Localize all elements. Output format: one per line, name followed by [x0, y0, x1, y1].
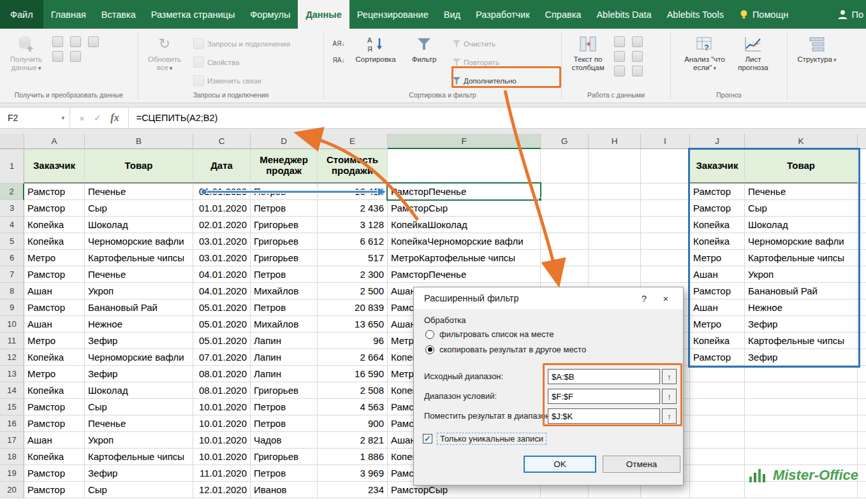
- grid-cell[interactable]: Сыр: [85, 399, 193, 415]
- name-box-arrow-icon[interactable]: ▾: [61, 115, 64, 121]
- grid-cell[interactable]: 2 300: [318, 266, 388, 283]
- grid-cell[interactable]: Рамстор: [24, 465, 85, 482]
- collapse-dialog-button[interactable]: ↑: [662, 408, 677, 424]
- result-cell[interactable]: Нежное: [745, 299, 858, 316]
- edit-links-button[interactable]: Изменить связи: [191, 73, 293, 89]
- outline-button[interactable]: Структура▾: [795, 31, 839, 64]
- table-header-cell[interactable]: Заказчик: [24, 149, 85, 184]
- select-all-corner[interactable]: [0, 134, 24, 149]
- column-header-C[interactable]: C: [193, 134, 251, 149]
- cancel-button[interactable]: Отмена: [603, 456, 680, 473]
- result-cell[interactable]: Рамстор: [690, 200, 745, 217]
- column-header-A[interactable]: A: [24, 134, 85, 149]
- grid-cell[interactable]: Михайлов: [251, 283, 318, 299]
- advanced-filter-button[interactable]: Дополнительно: [450, 73, 519, 89]
- tab-review[interactable]: Рецензирование: [349, 0, 436, 29]
- result-cell[interactable]: Зефир: [745, 349, 858, 366]
- grid-cell[interactable]: Метро: [24, 366, 85, 382]
- grid-cell[interactable]: 03.01.2020: [193, 250, 251, 266]
- row-header-8[interactable]: 8: [0, 283, 24, 299]
- grid-cell[interactable]: [858, 399, 866, 415]
- result-cell[interactable]: [745, 432, 858, 449]
- grid-cell[interactable]: 11.01.2020: [193, 465, 251, 482]
- grid-cell[interactable]: 6 612: [318, 233, 388, 250]
- grid-cell[interactable]: [641, 266, 690, 283]
- row-header-18[interactable]: 18: [0, 449, 24, 465]
- grid-cell[interactable]: Иванов: [251, 482, 318, 498]
- grid-cell[interactable]: Лапин: [251, 366, 318, 382]
- grid-cell[interactable]: Лапин: [251, 333, 318, 349]
- grid-cell[interactable]: 20 839: [318, 299, 388, 316]
- result-cell[interactable]: [690, 382, 745, 399]
- result-header-cell[interactable]: Заказчик: [690, 149, 745, 184]
- grid-cell[interactable]: Сыр: [85, 200, 193, 217]
- result-cell[interactable]: [745, 449, 858, 465]
- row-header-19[interactable]: 19: [0, 465, 24, 482]
- tab-assistant[interactable]: Помощн: [731, 0, 796, 29]
- grid-cell[interactable]: 2 508: [318, 382, 388, 399]
- grid-cell[interactable]: 05.01.2020: [193, 333, 251, 349]
- grid-cell[interactable]: [858, 316, 866, 333]
- name-box[interactable]: F2 ▾: [0, 108, 70, 128]
- grid-cell[interactable]: 96: [318, 333, 388, 349]
- sort-button[interactable]: АЯ Сортировка: [353, 31, 398, 64]
- grid-cell[interactable]: Черноморские вафли: [85, 349, 193, 366]
- result-cell[interactable]: [690, 415, 745, 432]
- grid-cell[interactable]: [858, 432, 866, 449]
- grid-cell[interactable]: Укроп: [85, 283, 193, 299]
- grid-cell[interactable]: Черноморские вафли: [85, 233, 193, 250]
- grid-cell[interactable]: 4 563: [318, 399, 388, 415]
- grid-cell[interactable]: 2 664: [318, 349, 388, 366]
- ok-button[interactable]: OK: [524, 456, 596, 473]
- result-cell[interactable]: Банановый Рай: [745, 283, 858, 299]
- grid-cell[interactable]: [388, 149, 541, 184]
- flash-fill-icon[interactable]: [614, 36, 625, 47]
- grid-cell[interactable]: Ашан: [24, 432, 85, 449]
- grid-cell[interactable]: 10.01.2020: [193, 399, 251, 415]
- grid-cell[interactable]: 1 886: [318, 449, 388, 465]
- result-cell[interactable]: Метро: [690, 316, 745, 333]
- grid-cell[interactable]: Укроп: [85, 432, 193, 449]
- grid-cell[interactable]: [541, 200, 589, 217]
- grid-cell[interactable]: Рамстор: [24, 415, 85, 432]
- recent-sources-icon[interactable]: [52, 51, 63, 62]
- result-cell[interactable]: [690, 482, 745, 498]
- grid-cell[interactable]: 02.01.2020: [193, 217, 251, 233]
- result-cell[interactable]: Копейка: [690, 217, 745, 233]
- result-cell[interactable]: Черноморские вафли: [745, 233, 858, 250]
- dialog-help-button[interactable]: ?: [633, 287, 655, 309]
- grid-cell[interactable]: [858, 200, 866, 217]
- grid-cell[interactable]: Рамстор: [24, 184, 85, 200]
- grid-cell[interactable]: [858, 382, 866, 399]
- grid-cell[interactable]: 10.01.2020: [193, 449, 251, 465]
- tab-insert[interactable]: Вставка: [94, 0, 143, 29]
- grid-cell[interactable]: [858, 415, 866, 432]
- grid-cell[interactable]: Рамстор: [24, 299, 85, 316]
- grid-cell[interactable]: Петров: [251, 200, 318, 217]
- grid-cell[interactable]: Метро: [24, 250, 85, 266]
- result-cell[interactable]: [745, 366, 858, 382]
- grid-cell[interactable]: МетроКартофельные чипсы: [388, 250, 541, 266]
- grid-cell[interactable]: [858, 266, 866, 283]
- result-cell[interactable]: [690, 465, 745, 482]
- grid-cell[interactable]: [858, 366, 866, 382]
- grid-cell[interactable]: Рамстор: [24, 399, 85, 415]
- grid-cell[interactable]: 3 969: [318, 465, 388, 482]
- grid-cell[interactable]: [589, 184, 641, 200]
- grid-cell[interactable]: 2 500: [318, 283, 388, 299]
- grid-cell[interactable]: [641, 184, 690, 200]
- grid-cell[interactable]: 16 590: [318, 366, 388, 382]
- tab-formulas[interactable]: Формулы: [242, 0, 298, 29]
- clear-filter-button[interactable]: Очистить: [450, 36, 519, 52]
- tab-ablebits-data[interactable]: Ablebits Data: [589, 0, 659, 29]
- table-header-cell[interactable]: Товар: [85, 149, 193, 184]
- grid-cell[interactable]: Петров: [251, 465, 318, 482]
- grid-cell[interactable]: 10.01.2020: [193, 415, 251, 432]
- grid-cell[interactable]: Сыр: [85, 482, 193, 498]
- grid-cell[interactable]: Копейка: [24, 217, 85, 233]
- column-header-F[interactable]: F: [388, 134, 541, 149]
- grid-cell[interactable]: [641, 233, 690, 250]
- grid-cell[interactable]: 13 650: [318, 316, 388, 333]
- grid-cell[interactable]: РамсторПеченье: [388, 266, 541, 283]
- copy-to-range-input[interactable]: [548, 408, 660, 424]
